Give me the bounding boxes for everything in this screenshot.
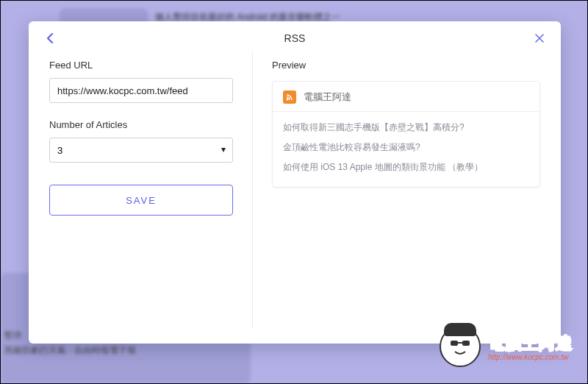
rss-icon (283, 90, 296, 104)
preview-label: Preview (272, 60, 540, 71)
rss-config-modal: RSS Feed URL Number of Articles 3 SAVE (29, 21, 561, 344)
svg-rect-2 (462, 341, 470, 346)
feed-title: 電腦王阿達 (304, 90, 351, 104)
close-icon[interactable] (531, 30, 548, 46)
vertical-divider (252, 51, 253, 329)
mascot-icon (440, 326, 481, 367)
modal-header: RSS (29, 21, 561, 55)
feed-url-label: Feed URL (49, 60, 233, 71)
preview-item: 如何取得新三國志手機版【赤壁之戰】高積分? (283, 118, 529, 138)
preview-list: 如何取得新三國志手機版【赤壁之戰】高積分? 金頂鹼性電池比較容易發生漏液嗎? 如… (273, 112, 539, 187)
config-panel: Feed URL Number of Articles 3 SAVE (49, 57, 233, 329)
num-articles-label: Number of Articles (49, 119, 233, 130)
preview-panel: Preview 電腦王阿達 如何取得新三國志手機版【赤壁之戰】高積分? 金頂鹼性… (272, 57, 540, 329)
feed-url-input[interactable] (49, 78, 233, 103)
watermark: 電腦王阿達 http://www.kocpc.com.tw (440, 326, 573, 367)
back-icon[interactable] (42, 30, 58, 46)
num-articles-select[interactable]: 3 (49, 138, 233, 163)
watermark-url: http://www.kocpc.com.tw (488, 353, 573, 361)
watermark-text: 電腦王阿達 (488, 333, 573, 355)
bg-text: 雨嚴防劇烈天氣 - 自由時報電子報 (4, 343, 240, 358)
preview-item: 如何使用 iOS 13 Apple 地圖的類街景功能 （教學） (283, 157, 529, 177)
modal-title: RSS (29, 32, 561, 44)
save-button[interactable]: SAVE (49, 185, 233, 216)
svg-point-0 (287, 99, 289, 101)
preview-card: 電腦王阿達 如何取得新三國志手機版【赤壁之戰】高積分? 金頂鹼性電池比較容易發生… (272, 81, 540, 188)
svg-rect-1 (451, 341, 458, 346)
preview-item: 金頂鹼性電池比較容易發生漏液嗎? (283, 138, 529, 157)
